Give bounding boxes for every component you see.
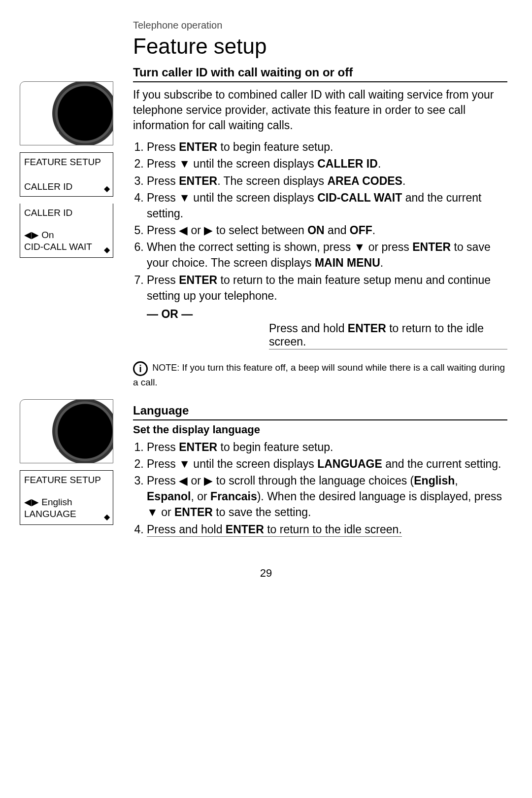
illustration-language: at&t NEW CALL LINE 2 FEATURE SETUP ◀▶ En… xyxy=(20,399,113,525)
phone-image: at&t NEW CALL LINE 2 xyxy=(20,81,113,145)
page-title: Feature setup xyxy=(133,34,507,59)
section-heading-language: Language xyxy=(133,404,507,420)
step: Press ENTER to return to the main featur… xyxy=(147,272,507,304)
step: Press ENTER to begin feature setup. xyxy=(147,439,507,455)
phone-image: at&t NEW CALL LINE 2 xyxy=(20,399,113,463)
header-label: Telephone operation xyxy=(133,20,507,31)
phone-brand: at&t xyxy=(23,83,42,94)
page-number: 29 xyxy=(25,567,507,580)
note-text: If you turn this feature off, a beep wil… xyxy=(133,362,505,387)
section-heading-callerid: Turn caller ID with call waiting on or o… xyxy=(133,66,507,82)
phone-brand: at&t xyxy=(23,401,42,412)
updown-icon: ◆ xyxy=(104,245,110,254)
subheading-language: Set the display language xyxy=(133,423,507,436)
step: Press and hold ENTER to return to the id… xyxy=(147,521,507,537)
steps-callerid: Press ENTER to begin feature setup. Pres… xyxy=(133,139,507,304)
lcd-language: FEATURE SETUP ◀▶ English LANGUAGE ◆ xyxy=(20,470,113,525)
hold-instruction: Press and hold ENTER to return to the id… xyxy=(269,322,507,349)
updown-icon: ◆ xyxy=(104,512,110,521)
lcd-caller-id: CALLER ID ◀▶ On CID-CALL WAIT ◆ xyxy=(20,204,113,258)
step: Press ENTER to begin feature setup. xyxy=(147,139,507,155)
step: Press ◀ or ▶ to select between ON and OF… xyxy=(147,222,507,238)
steps-language: Press ENTER to begin feature setup. Pres… xyxy=(133,439,507,537)
step: Press ENTER. The screen displays AREA CO… xyxy=(147,173,507,189)
illustration-caller-id: at&t NEW CALL LINE 2 FEATURE SETUP CALLE… xyxy=(20,81,113,258)
note-block: i NOTE: If you turn this feature off, a … xyxy=(133,361,507,389)
lcd-feature-setup: FEATURE SETUP CALLER ID ◆ xyxy=(20,152,113,197)
intro-text: If you subscribe to combined caller ID w… xyxy=(133,87,507,133)
note-label: NOTE: xyxy=(152,363,179,373)
step: Press ▼ until the screen displays LANGUA… xyxy=(147,456,507,472)
or-divider: — OR — xyxy=(147,308,507,321)
step: Press ▼ until the screen displays CID-CA… xyxy=(147,190,507,221)
updown-icon: ◆ xyxy=(104,184,110,193)
phone-sublabel: NEW CALL LINE 2 xyxy=(33,131,61,142)
info-icon: i xyxy=(133,361,148,376)
step: Press ▼ until the screen displays CALLER… xyxy=(147,156,507,172)
step: When the correct setting is shown, press… xyxy=(147,239,507,271)
phone-sublabel: NEW CALL LINE 2 xyxy=(33,449,61,460)
step: Press ◀ or ▶ to scroll through the langu… xyxy=(147,473,507,520)
